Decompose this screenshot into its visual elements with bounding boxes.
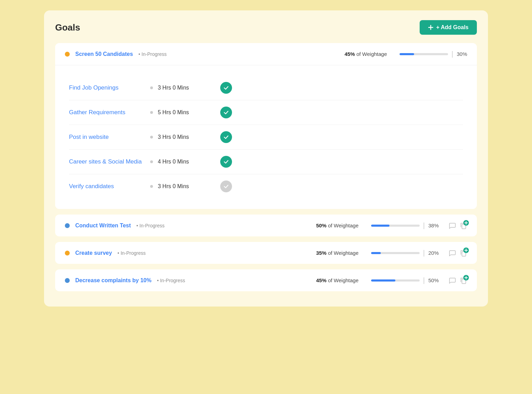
goal-name[interactable]: Conduct Written Test [75, 223, 131, 229]
goal-row-conduct-written-test: Conduct Written Test • In-Progress 50% o… [55, 215, 477, 236]
goal-name[interactable]: Create survey [75, 250, 112, 256]
goal-weightage: 45% of Weightage [344, 51, 387, 57]
subtask-name[interactable]: Gather Requirements [69, 109, 145, 116]
add-goals-label: + Add Goals [436, 24, 469, 31]
progress-fill [371, 252, 381, 254]
subtask-dot [150, 136, 153, 139]
check-complete-icon[interactable] [220, 107, 232, 118]
subtask-row: Find Job Openings 3 Hrs 0 Mins [69, 76, 463, 100]
page-title: Goals [55, 22, 80, 33]
comment-icon [448, 222, 456, 229]
goal-weightage: 50% of Weightage [316, 223, 358, 228]
subtask-row: Post in website 3 Hrs 0 Mins [69, 125, 463, 150]
progress-percent: 30% [457, 51, 467, 57]
progress-bar-wrapper: | 30% [400, 50, 467, 58]
progress-percent: 20% [428, 250, 439, 256]
goal-name[interactable]: Decrease complaints by 10% [75, 277, 152, 284]
goals-header: Goals + Add Goals [55, 20, 477, 35]
goal-weightage: 45% of Weightage [316, 277, 358, 283]
goal-weightage: 35% of Weightage [316, 250, 358, 256]
goal-actions [448, 277, 467, 284]
subtask-time: 3 Hrs 0 Mins [158, 183, 206, 190]
subtask-row: Verify candidates 3 Hrs 0 Mins [69, 174, 463, 199]
progress-fill [400, 53, 414, 55]
progress-track [400, 53, 448, 55]
add-goals-button[interactable]: + Add Goals [420, 20, 477, 35]
check-incomplete-icon[interactable] [220, 181, 232, 192]
progress-track [371, 225, 420, 227]
plus-badge-icon [464, 221, 468, 225]
copy-add-wrapper [460, 222, 467, 229]
goal-status: • In-Progress [118, 250, 146, 256]
progress-divider: | [423, 249, 425, 257]
comment-icon [448, 249, 456, 257]
subtask-row: Career sites & Social Media 4 Hrs 0 Mins [69, 150, 463, 174]
subtask-time: 3 Hrs 0 Mins [158, 134, 206, 140]
progress-percent: 50% [428, 277, 439, 283]
comment-icon [448, 277, 456, 284]
progress-bar-wrapper: | 38% [371, 221, 439, 229]
progress-track [371, 252, 420, 254]
progress-divider: | [423, 276, 425, 284]
plus-badge-icon [464, 249, 468, 252]
add-badge[interactable] [463, 220, 469, 226]
comment-button[interactable] [448, 249, 456, 257]
progress-divider: | [452, 50, 453, 58]
subtask-time: 3 Hrs 0 Mins [158, 85, 206, 91]
status-dot [65, 278, 70, 283]
subtask-dot [150, 86, 153, 89]
progress-fill [371, 225, 389, 227]
subtask-name[interactable]: Post in website [69, 134, 145, 141]
goal-row-create-survey: Create survey • In-Progress 35% of Weigh… [55, 242, 477, 264]
plus-icon [428, 25, 434, 30]
add-badge[interactable] [463, 248, 469, 253]
goal-row-header: Decrease complaints by 10% • In-Progress… [65, 276, 467, 284]
status-dot [65, 223, 70, 228]
goal-actions [448, 249, 467, 257]
goal-row-header: Screen 50 Candidates • In-Progress 45% o… [65, 50, 467, 58]
check-complete-icon[interactable] [220, 156, 232, 168]
plus-badge-icon [464, 276, 468, 279]
progress-track [371, 279, 420, 282]
subtask-dot [150, 111, 153, 114]
progress-bar-wrapper: | 50% [371, 276, 439, 284]
subtask-name[interactable]: Verify candidates [69, 183, 145, 190]
goal-row-header: Create survey • In-Progress 35% of Weigh… [65, 249, 467, 257]
progress-fill [371, 279, 395, 282]
subtask-time: 5 Hrs 0 Mins [158, 109, 206, 116]
progress-divider: | [423, 221, 425, 229]
subtasks-panel-screen-candidates: Find Job Openings 3 Hrs 0 Mins Gather Re… [55, 65, 477, 209]
subtask-name[interactable]: Find Job Openings [69, 84, 145, 91]
progress-bar-wrapper: | 20% [371, 249, 439, 257]
copy-add-wrapper [460, 277, 467, 284]
goals-container: Goals + Add Goals Screen 50 Candidates •… [44, 10, 488, 307]
comment-button[interactable] [448, 277, 456, 284]
goal-status: • In-Progress [138, 51, 166, 57]
subtask-dot [150, 160, 153, 163]
goal-status: • In-Progress [157, 278, 185, 283]
status-dot [65, 52, 70, 57]
copy-add-wrapper [460, 249, 467, 257]
add-badge[interactable] [463, 275, 469, 280]
goal-name[interactable]: Screen 50 Candidates [75, 51, 133, 57]
goals-list: Screen 50 Candidates • In-Progress 45% o… [55, 43, 477, 291]
progress-percent: 38% [428, 223, 439, 228]
check-complete-icon[interactable] [220, 131, 232, 143]
subtask-time: 4 Hrs 0 Mins [158, 159, 206, 165]
goal-row-decrease-complaints: Decrease complaints by 10% • In-Progress… [55, 269, 477, 291]
subtask-name[interactable]: Career sites & Social Media [69, 158, 145, 165]
goal-row-header: Conduct Written Test • In-Progress 50% o… [65, 221, 467, 229]
comment-button[interactable] [448, 222, 456, 229]
subtask-dot [150, 185, 153, 188]
status-dot [65, 251, 70, 255]
subtask-row: Gather Requirements 5 Hrs 0 Mins [69, 100, 463, 125]
goal-status: • In-Progress [136, 223, 164, 228]
goal-actions [448, 222, 467, 229]
goal-row-screen-candidates: Screen 50 Candidates • In-Progress 45% o… [55, 43, 477, 65]
check-complete-icon[interactable] [220, 82, 232, 94]
